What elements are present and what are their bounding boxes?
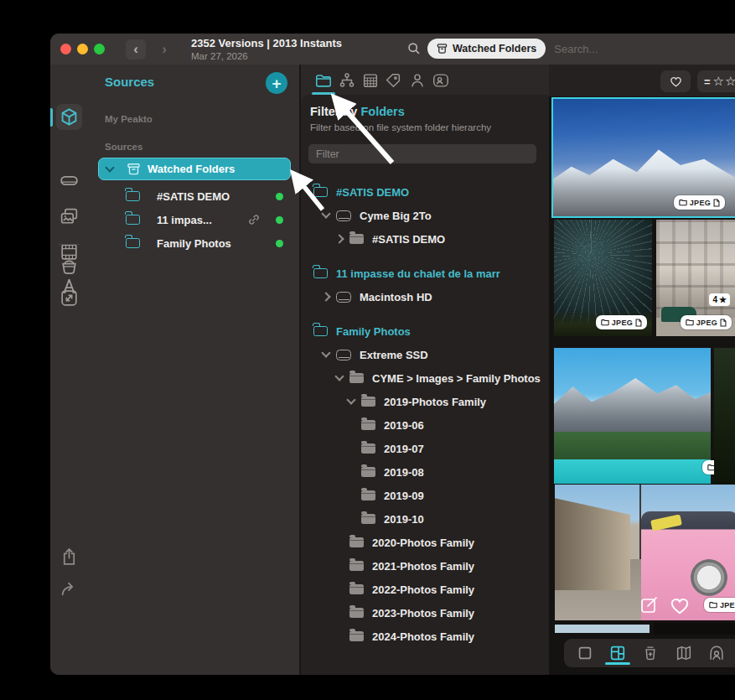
- photo-thumbnail-clipped[interactable]: [654, 623, 735, 635]
- zoom-button[interactable]: [94, 44, 105, 54]
- share-icon[interactable]: [59, 547, 80, 568]
- photo-thumbnail-mountain-lake[interactable]: [554, 348, 711, 484]
- search-scope-token[interactable]: Watched Folders: [427, 39, 546, 59]
- photo-thumbnail-pink-car-street[interactable]: JPEG: [555, 485, 735, 620]
- tree-item[interactable]: #SATIS DEMO: [308, 227, 547, 251]
- tree-item[interactable]: Extreme SSD: [308, 343, 547, 366]
- tree-item-label: 2022-Photos Family: [372, 583, 474, 596]
- chevron-right-icon[interactable]: [321, 292, 330, 301]
- view-single-icon[interactable]: [576, 644, 594, 662]
- tree-item-label: 2021-Photos Family: [372, 560, 474, 573]
- chevron-right-icon[interactable]: [334, 234, 344, 243]
- tab-calendar[interactable]: [361, 71, 380, 90]
- search-icon: [407, 42, 421, 55]
- heart-icon[interactable]: [669, 594, 691, 616]
- photo-thumbnail-snow-mountain[interactable]: JPEG: [551, 97, 735, 218]
- rating-filter-button[interactable]: = ☆☆: [697, 70, 735, 92]
- folder-icon: [349, 608, 364, 618]
- badge-label: JPEG: [690, 199, 711, 207]
- view-map-icon[interactable]: [675, 644, 693, 662]
- view-smart-album-icon[interactable]: [641, 644, 660, 662]
- tree-item[interactable]: 2019-10: [308, 507, 547, 531]
- tree-item[interactable]: 2023-Photos Family: [308, 601, 547, 625]
- source-item[interactable]: Family Photos: [98, 231, 291, 255]
- tree-item[interactable]: 2019-07: [308, 437, 547, 460]
- filter-input[interactable]: [308, 144, 536, 163]
- search-scope-label: Watched Folders: [453, 43, 536, 54]
- rating-value: 4: [712, 295, 717, 304]
- left-buildings: [555, 498, 630, 590]
- section-sources: Sources: [105, 142, 142, 152]
- tree-item[interactable]: 2019-08: [308, 460, 547, 484]
- photo-thumbnail-havana-building[interactable]: 4 ★ JPEG: [656, 220, 735, 336]
- rating-operator: =: [704, 75, 711, 88]
- back-button[interactable]: ‹: [126, 39, 146, 60]
- filter-panel: Filter by Folders Filter based on file s…: [299, 65, 549, 675]
- tree-item[interactable]: 2024-Photos Family: [308, 625, 547, 648]
- tree-item[interactable]: 2022-Photos Family: [308, 578, 547, 601]
- icon-rail: [50, 65, 88, 675]
- tab-people[interactable]: [408, 71, 427, 90]
- chevron-down-icon[interactable]: [105, 163, 114, 172]
- filter-title-highlight: Folders: [360, 105, 404, 118]
- tree-item[interactable]: 2019-06: [308, 413, 547, 437]
- close-button[interactable]: [60, 44, 71, 54]
- tab-hierarchy[interactable]: [338, 71, 356, 90]
- tree-item[interactable]: 2019-Photos Family: [308, 390, 547, 413]
- tree-item[interactable]: 2019-09: [308, 484, 547, 507]
- status-dot: [276, 216, 283, 224]
- tree-item-label: 2019-Photos Family: [384, 396, 486, 408]
- headlight: [691, 559, 727, 596]
- tab-face-recognition[interactable]: [432, 71, 450, 90]
- source-item[interactable]: 11 impas...: [98, 208, 291, 231]
- tree-item[interactable]: 2020-Photos Family: [308, 531, 547, 554]
- tree-item[interactable]: Macintosh HD: [308, 285, 547, 309]
- source-item-label: 11 impas...: [157, 214, 212, 226]
- photo-thumbnail-star-trails[interactable]: JPEG: [554, 220, 652, 336]
- tab-folders[interactable]: [314, 71, 333, 90]
- view-faces-icon[interactable]: [707, 644, 726, 662]
- filter-subtitle: Filter based on file system folder hiera…: [310, 122, 491, 132]
- resize-icon[interactable]: [59, 288, 80, 309]
- folder-icon: [361, 420, 375, 430]
- tree-item[interactable]: Family Photos: [308, 319, 547, 343]
- edit-icon[interactable]: [639, 594, 660, 615]
- photo-thumbnail-clipped[interactable]: [714, 348, 735, 484]
- view-grid-icon[interactable]: [608, 644, 627, 662]
- sidebar-item-watched-folders[interactable]: Watched Folders: [98, 158, 291, 180]
- tree-item[interactable]: 11 impasse du chalet de la marr: [308, 262, 547, 285]
- photo-grid-panel: = ☆☆ JPEG JPEG: [549, 65, 735, 675]
- tree-item[interactable]: #SATIS DEMO: [308, 180, 547, 204]
- source-item[interactable]: #SATIS DEMO: [98, 184, 291, 208]
- chevron-down-icon[interactable]: [321, 348, 330, 357]
- tree-item[interactable]: Cyme Big 2To: [308, 204, 547, 227]
- minimize-button[interactable]: [77, 44, 88, 54]
- drive-icon[interactable]: [59, 170, 80, 191]
- favorites-filter-button[interactable]: [660, 70, 691, 92]
- photos-icon[interactable]: [59, 206, 80, 227]
- tree-item[interactable]: CYME > Images > Family Photos: [308, 366, 547, 390]
- photo-grid-header: = ☆☆: [549, 65, 735, 96]
- window-subtitle: Mar 27, 2026: [191, 51, 342, 63]
- forward-arrow-icon[interactable]: [59, 578, 80, 599]
- rail-divider: [59, 244, 80, 245]
- tree-item-label: Macintosh HD: [360, 291, 432, 303]
- drive-icon: [336, 350, 351, 360]
- folder-icon: [361, 467, 375, 477]
- chevron-down-icon[interactable]: [346, 395, 355, 404]
- forward-button[interactable]: ›: [154, 39, 174, 60]
- add-source-button[interactable]: +: [266, 72, 287, 94]
- tree-item-label: 2019-09: [384, 490, 424, 502]
- photo-thumbnail-clipped[interactable]: [555, 625, 650, 633]
- chevron-down-icon[interactable]: [334, 371, 344, 381]
- search-input[interactable]: [552, 42, 715, 56]
- bag-icon[interactable]: [59, 257, 80, 277]
- tree-item[interactable]: 2021-Photos Family: [308, 554, 547, 578]
- file-icon: [635, 319, 642, 327]
- active-rail-indicator: [50, 108, 53, 127]
- tab-tags[interactable]: [384, 71, 402, 90]
- cube-icon[interactable]: [59, 106, 80, 127]
- forest-band: [554, 432, 711, 459]
- chevron-down-icon[interactable]: [321, 209, 330, 218]
- screenshot-canvas: ‹ › 2352 Versions | 2013 Instants Mar 27…: [0, 0, 735, 700]
